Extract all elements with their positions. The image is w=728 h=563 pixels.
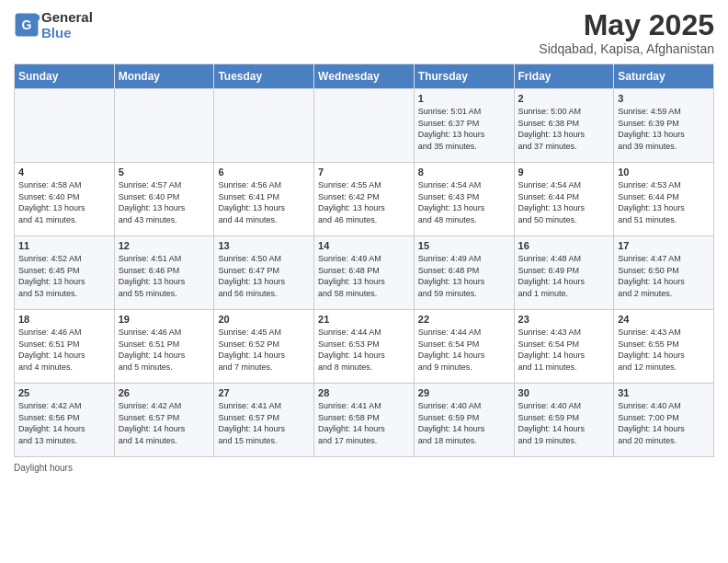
day-number: 23: [518, 314, 610, 325]
day-number: 14: [318, 240, 410, 251]
day-number: 8: [418, 167, 510, 178]
week-row-5: 25Sunrise: 4:42 AM Sunset: 6:56 PM Dayli…: [15, 384, 714, 457]
subtitle: Sidqabad, Kapisa, Afghanistan: [539, 41, 714, 56]
day-cell: 31Sunrise: 4:40 AM Sunset: 7:00 PM Dayli…: [614, 384, 714, 457]
day-number: 16: [518, 240, 610, 251]
day-cell: 19Sunrise: 4:46 AM Sunset: 6:51 PM Dayli…: [114, 310, 214, 384]
day-cell: 23Sunrise: 4:43 AM Sunset: 6:54 PM Dayli…: [514, 310, 614, 384]
day-cell: 13Sunrise: 4:50 AM Sunset: 6:47 PM Dayli…: [214, 236, 314, 310]
day-cell: 22Sunrise: 4:44 AM Sunset: 6:54 PM Dayli…: [414, 310, 514, 384]
day-cell: 26Sunrise: 4:42 AM Sunset: 6:57 PM Dayli…: [114, 384, 214, 457]
day-cell: 14Sunrise: 4:49 AM Sunset: 6:48 PM Dayli…: [314, 236, 415, 310]
day-number: 13: [218, 240, 310, 251]
day-cell: 2Sunrise: 5:00 AM Sunset: 6:38 PM Daylig…: [514, 89, 614, 163]
day-number: 1: [418, 93, 510, 104]
day-number: 29: [418, 387, 510, 398]
logo-text: General Blue: [41, 9, 93, 40]
page: G General Blue May 2025 Sidqabad, Kapisa…: [0, 0, 728, 482]
day-number: 22: [418, 314, 510, 325]
day-info: Sunrise: 4:58 AM Sunset: 6:40 PM Dayligh…: [18, 179, 110, 225]
header-cell-tuesday: Tuesday: [214, 64, 314, 89]
day-number: 30: [518, 387, 610, 398]
day-cell: 1Sunrise: 5:01 AM Sunset: 6:37 PM Daylig…: [414, 89, 514, 163]
day-info: Sunrise: 4:50 AM Sunset: 6:47 PM Dayligh…: [218, 253, 310, 299]
day-cell: 6Sunrise: 4:56 AM Sunset: 6:41 PM Daylig…: [214, 163, 314, 236]
day-info: Sunrise: 4:44 AM Sunset: 6:53 PM Dayligh…: [318, 327, 410, 373]
day-cell: 18Sunrise: 4:46 AM Sunset: 6:51 PM Dayli…: [15, 310, 115, 384]
day-info: Sunrise: 4:41 AM Sunset: 6:57 PM Dayligh…: [218, 400, 310, 446]
day-info: Sunrise: 4:54 AM Sunset: 6:43 PM Dayligh…: [418, 179, 510, 225]
day-number: 31: [618, 387, 710, 398]
day-cell: [15, 89, 115, 163]
day-cell: [114, 89, 214, 163]
day-cell: 15Sunrise: 4:49 AM Sunset: 6:48 PM Dayli…: [414, 236, 514, 310]
day-info: Sunrise: 4:49 AM Sunset: 6:48 PM Dayligh…: [318, 253, 410, 299]
header-cell-sunday: Sunday: [15, 64, 115, 89]
day-info: Sunrise: 4:43 AM Sunset: 6:54 PM Dayligh…: [518, 327, 610, 373]
week-row-1: 1Sunrise: 5:01 AM Sunset: 6:37 PM Daylig…: [15, 89, 714, 163]
day-info: Sunrise: 4:40 AM Sunset: 7:00 PM Dayligh…: [618, 400, 710, 446]
day-info: Sunrise: 4:43 AM Sunset: 6:55 PM Dayligh…: [618, 327, 710, 373]
day-info: Sunrise: 4:45 AM Sunset: 6:52 PM Dayligh…: [218, 327, 310, 373]
header: G General Blue May 2025 Sidqabad, Kapisa…: [14, 9, 714, 56]
day-number: 21: [318, 314, 410, 325]
day-cell: 5Sunrise: 4:57 AM Sunset: 6:40 PM Daylig…: [114, 163, 214, 236]
day-cell: [214, 89, 314, 163]
footer: Daylight hours: [14, 463, 714, 473]
header-row: SundayMondayTuesdayWednesdayThursdayFrid…: [15, 64, 714, 89]
day-number: 9: [518, 167, 610, 178]
header-cell-saturday: Saturday: [614, 64, 714, 89]
week-row-2: 4Sunrise: 4:58 AM Sunset: 6:40 PM Daylig…: [15, 163, 714, 236]
day-number: 6: [218, 167, 310, 178]
day-info: Sunrise: 4:57 AM Sunset: 6:40 PM Dayligh…: [119, 179, 210, 225]
day-number: 18: [18, 314, 110, 325]
title-block: May 2025 Sidqabad, Kapisa, Afghanistan: [539, 9, 714, 56]
day-cell: 25Sunrise: 4:42 AM Sunset: 6:56 PM Dayli…: [15, 384, 115, 457]
header-cell-thursday: Thursday: [414, 64, 514, 89]
day-info: Sunrise: 4:55 AM Sunset: 6:42 PM Dayligh…: [318, 179, 410, 225]
day-info: Sunrise: 4:56 AM Sunset: 6:41 PM Dayligh…: [218, 179, 310, 225]
day-cell: 11Sunrise: 4:52 AM Sunset: 6:45 PM Dayli…: [15, 236, 115, 310]
day-number: 2: [518, 93, 610, 104]
day-info: Sunrise: 4:49 AM Sunset: 6:48 PM Dayligh…: [418, 253, 510, 299]
day-number: 3: [618, 93, 710, 104]
day-info: Sunrise: 4:44 AM Sunset: 6:54 PM Dayligh…: [418, 327, 510, 373]
day-cell: 20Sunrise: 4:45 AM Sunset: 6:52 PM Dayli…: [214, 310, 314, 384]
day-number: 25: [18, 387, 110, 398]
day-number: 24: [618, 314, 710, 325]
logo-icon: G: [14, 12, 40, 38]
day-number: 15: [418, 240, 510, 251]
week-row-3: 11Sunrise: 4:52 AM Sunset: 6:45 PM Dayli…: [15, 236, 714, 310]
day-info: Sunrise: 4:51 AM Sunset: 6:46 PM Dayligh…: [119, 253, 210, 299]
day-number: 28: [318, 387, 410, 398]
day-cell: 29Sunrise: 4:40 AM Sunset: 6:59 PM Dayli…: [414, 384, 514, 457]
day-number: 10: [618, 167, 710, 178]
main-title: May 2025: [539, 9, 714, 41]
logo: G General Blue: [14, 9, 93, 40]
day-info: Sunrise: 4:53 AM Sunset: 6:44 PM Dayligh…: [618, 179, 710, 225]
header-cell-wednesday: Wednesday: [314, 64, 415, 89]
day-info: Sunrise: 4:42 AM Sunset: 6:56 PM Dayligh…: [18, 400, 110, 446]
calendar-table: SundayMondayTuesdayWednesdayThursdayFrid…: [14, 63, 714, 457]
day-cell: 4Sunrise: 4:58 AM Sunset: 6:40 PM Daylig…: [15, 163, 115, 236]
week-row-4: 18Sunrise: 4:46 AM Sunset: 6:51 PM Dayli…: [15, 310, 714, 384]
day-info: Sunrise: 4:47 AM Sunset: 6:50 PM Dayligh…: [618, 253, 710, 299]
day-info: Sunrise: 4:41 AM Sunset: 6:58 PM Dayligh…: [318, 400, 410, 446]
day-cell: 9Sunrise: 4:54 AM Sunset: 6:44 PM Daylig…: [514, 163, 614, 236]
day-cell: 7Sunrise: 4:55 AM Sunset: 6:42 PM Daylig…: [314, 163, 415, 236]
day-info: Sunrise: 4:42 AM Sunset: 6:57 PM Dayligh…: [119, 400, 210, 446]
day-cell: [314, 89, 415, 163]
day-cell: 24Sunrise: 4:43 AM Sunset: 6:55 PM Dayli…: [614, 310, 714, 384]
day-info: Sunrise: 4:46 AM Sunset: 6:51 PM Dayligh…: [119, 327, 210, 373]
day-info: Sunrise: 5:00 AM Sunset: 6:38 PM Dayligh…: [518, 106, 610, 152]
day-info: Sunrise: 4:40 AM Sunset: 6:59 PM Dayligh…: [518, 400, 610, 446]
day-number: 19: [119, 314, 210, 325]
svg-text:G: G: [22, 17, 32, 32]
daylight-label: Daylight hours: [14, 463, 73, 473]
day-cell: 8Sunrise: 4:54 AM Sunset: 6:43 PM Daylig…: [414, 163, 514, 236]
day-info: Sunrise: 5:01 AM Sunset: 6:37 PM Dayligh…: [418, 106, 510, 152]
day-cell: 16Sunrise: 4:48 AM Sunset: 6:49 PM Dayli…: [514, 236, 614, 310]
day-number: 5: [119, 167, 210, 178]
day-cell: 21Sunrise: 4:44 AM Sunset: 6:53 PM Dayli…: [314, 310, 415, 384]
day-number: 12: [119, 240, 210, 251]
